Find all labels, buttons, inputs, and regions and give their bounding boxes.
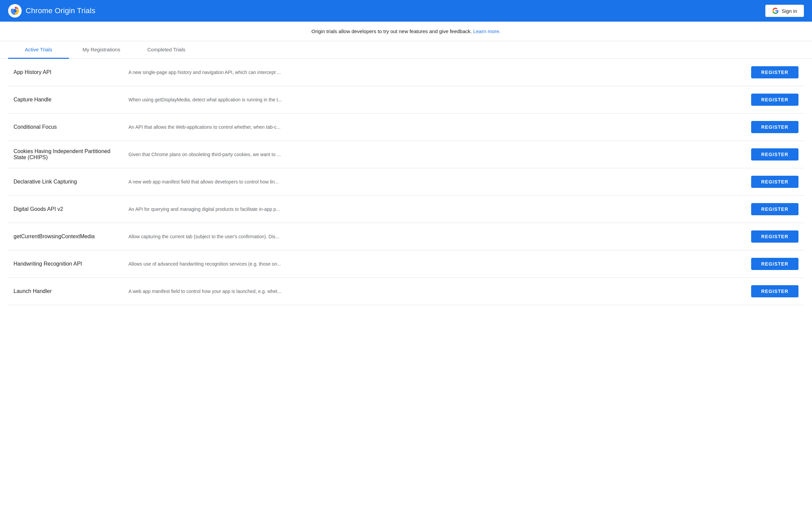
trial-description: Allow capturing the current tab (subject… [128, 234, 744, 239]
register-button-7[interactable]: REGISTER [751, 258, 798, 270]
trial-row: getCurrentBrowsingContextMediaAllow capt… [8, 223, 804, 250]
trial-row: Digital Goods API v2An API for querying … [8, 196, 804, 223]
register-button-1[interactable]: REGISTER [751, 94, 798, 106]
learn-more-link[interactable]: Learn more. [473, 28, 501, 34]
trial-row: Declarative Link CapturingA new web app … [8, 168, 804, 196]
header-left: Chrome Origin Trials [8, 4, 95, 18]
header: Chrome Origin Trials Sign in [0, 0, 812, 22]
trials-list: App History APIA new single-page app his… [0, 59, 812, 305]
trial-row: Conditional FocusAn API that allows the … [8, 114, 804, 141]
google-g-icon [772, 7, 779, 14]
trial-name: Digital Goods API v2 [14, 206, 122, 212]
trial-name: Cookies Having Independent Partitioned S… [14, 148, 122, 161]
trial-row: Cookies Having Independent Partitioned S… [8, 141, 804, 168]
trial-description: Given that Chrome plans on obsoleting th… [128, 152, 744, 157]
tab-completed-trials[interactable]: Completed Trials [134, 41, 199, 59]
trial-row: Capture HandleWhen using getDisplayMedia… [8, 86, 804, 114]
trial-name: Capture Handle [14, 97, 122, 103]
trial-name: App History API [14, 69, 122, 75]
trial-description: A new web app manifest field that allows… [128, 179, 744, 184]
trial-name: Declarative Link Capturing [14, 179, 122, 185]
svg-point-3 [13, 9, 17, 13]
sign-in-label: Sign in [782, 8, 797, 14]
sign-in-button[interactable]: Sign in [765, 5, 804, 17]
tab-active-trials[interactable]: Active Trials [8, 41, 69, 59]
chrome-logo [8, 4, 22, 18]
register-button-6[interactable]: REGISTER [751, 230, 798, 243]
trial-description: When using getDisplayMedia, detect what … [128, 97, 744, 102]
trial-name: Launch Handler [14, 288, 122, 294]
tabs-nav: Active Trials My Registrations Completed… [0, 41, 812, 59]
trial-name: getCurrentBrowsingContextMedia [14, 233, 122, 240]
trial-name: Conditional Focus [14, 124, 122, 130]
trial-row: App History APIA new single-page app his… [8, 59, 804, 86]
trial-description: A web app manifest field to control how … [128, 289, 744, 294]
trial-row: Handwriting Recognition APIAllows use of… [8, 250, 804, 278]
register-button-5[interactable]: REGISTER [751, 203, 798, 215]
trial-name: Handwriting Recognition API [14, 261, 122, 267]
header-title: Chrome Origin Trials [26, 6, 95, 15]
trial-description: Allows use of advanced handwriting recog… [128, 261, 744, 267]
register-button-3[interactable]: REGISTER [751, 148, 798, 161]
trial-description: A new single-page app history and naviga… [128, 70, 744, 75]
tab-my-registrations[interactable]: My Registrations [69, 41, 134, 59]
register-button-4[interactable]: REGISTER [751, 176, 798, 188]
register-button-8[interactable]: REGISTER [751, 285, 798, 297]
info-text: Origin trials allow developers to try ou… [311, 28, 472, 34]
info-bar: Origin trials allow developers to try ou… [0, 22, 812, 41]
register-button-0[interactable]: REGISTER [751, 66, 798, 78]
trial-description: An API for querying and managing digital… [128, 206, 744, 212]
register-button-2[interactable]: REGISTER [751, 121, 798, 133]
trial-row: Launch HandlerA web app manifest field t… [8, 278, 804, 305]
trial-description: An API that allows the Web-applications … [128, 124, 744, 130]
